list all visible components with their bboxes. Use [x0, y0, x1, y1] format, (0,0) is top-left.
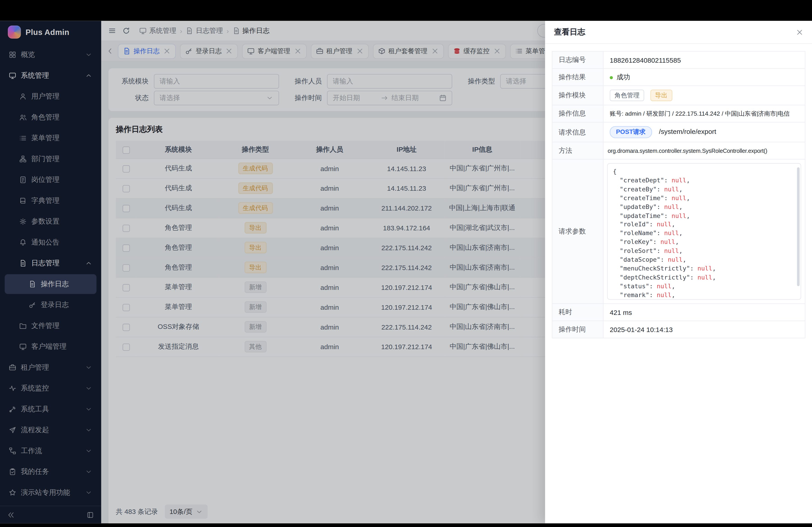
detail-label: 方法 — [552, 142, 603, 159]
detail-label: 请求信息 — [552, 122, 603, 142]
detail-value-module: 角色管理 导出 — [603, 86, 805, 105]
log-detail-drawer: 查看日志 日志编号 1882612840802115585 操作结果 成功 — [545, 21, 812, 523]
detail-label: 操作模块 — [552, 86, 603, 105]
success-dot-icon — [610, 76, 613, 79]
json-line: "status": null, — [613, 282, 795, 291]
json-line: "remark": null, — [613, 291, 795, 300]
detail-row-method: 方法 org.dromara.system.controller.system.… — [552, 142, 805, 159]
detail-row-duration: 耗时 421 ms — [552, 304, 805, 321]
json-line: "updateBy": null, — [613, 202, 795, 211]
post-method-tag: POST请求 — [610, 126, 652, 138]
json-line: "roleSort": null, — [613, 246, 795, 255]
detail-value-params: {"createDept": null,"createBy": null,"cr… — [603, 159, 805, 304]
detail-row-op-time: 操作时间 2025-01-24 10:14:13 — [552, 321, 805, 338]
drawer-header: 查看日志 — [545, 21, 812, 44]
drawer-title: 查看日志 — [554, 27, 585, 37]
detail-row-module: 操作模块 角色管理 导出 — [552, 86, 805, 105]
screen: Plus Admin 概览系统管理用户管理角色管理菜单管理部门管理岗位管理字典管… — [0, 0, 812, 527]
params-code[interactable]: {"createDept": null,"createBy": null,"cr… — [607, 163, 801, 300]
drawer-close-icon[interactable] — [796, 28, 803, 35]
json-line: "menuCheckStrictly": null, — [613, 264, 795, 273]
log-detail-table: 日志编号 1882612840802115585 操作结果 成功 操作模块 角色… — [552, 51, 806, 338]
json-line: "createBy": null, — [613, 185, 795, 194]
json-line: "dataScope": null, — [613, 255, 795, 264]
scrollbar-thumb[interactable] — [797, 167, 800, 286]
drawer-body: 日志编号 1882612840802115585 操作结果 成功 操作模块 角色… — [545, 44, 812, 346]
detail-row-result: 操作结果 成功 — [552, 69, 805, 86]
detail-value-method: org.dromara.system.controller.system.Sys… — [603, 142, 805, 159]
json-line: "createTime": null, — [613, 194, 795, 202]
detail-label: 日志编号 — [552, 51, 603, 69]
app-window: Plus Admin 概览系统管理用户管理角色管理菜单管理部门管理岗位管理字典管… — [0, 21, 812, 523]
request-params-block: {"createDept": null,"createBy": null,"cr… — [607, 163, 801, 300]
detail-value-duration: 421 ms — [603, 304, 805, 321]
detail-value-info: 账号: admin / 研发部门 / 222.175.114.242 / 中国|… — [603, 105, 805, 122]
detail-label: 操作时间 — [552, 321, 603, 338]
detail-label: 请求参数 — [552, 159, 603, 304]
detail-value-op-time: 2025-01-24 10:14:13 — [603, 321, 805, 338]
operation-type-tag: 导出 — [650, 90, 672, 101]
json-line: "roleId": null, — [613, 220, 795, 229]
request-url: /system/role/export — [659, 128, 716, 136]
json-line: "updateTime": null, — [613, 211, 795, 220]
detail-value-result: 成功 — [603, 69, 805, 86]
detail-label: 操作结果 — [552, 69, 603, 86]
json-line: "createDept": null, — [613, 176, 795, 185]
module-tag: 角色管理 — [610, 90, 644, 101]
json-line: "roleName": null, — [613, 229, 795, 238]
detail-row-params: 请求参数 {"createDept": null,"createBy": nul… — [552, 159, 805, 304]
json-line: "roleKey": null, — [613, 238, 795, 246]
result-text: 成功 — [617, 73, 630, 81]
json-line: { — [613, 167, 795, 176]
json-line: "deptCheckStrictly": null, — [613, 273, 795, 282]
detail-row-log-id: 日志编号 1882612840802115585 — [552, 51, 805, 69]
detail-row-info: 操作信息 账号: admin / 研发部门 / 222.175.114.242 … — [552, 105, 805, 122]
detail-label: 操作信息 — [552, 105, 603, 122]
detail-value-log-id: 1882612840802115585 — [603, 51, 805, 69]
detail-label: 耗时 — [552, 304, 603, 321]
detail-row-request: 请求信息 POST请求 /system/role/export — [552, 122, 805, 142]
detail-value-request: POST请求 /system/role/export — [603, 122, 805, 142]
